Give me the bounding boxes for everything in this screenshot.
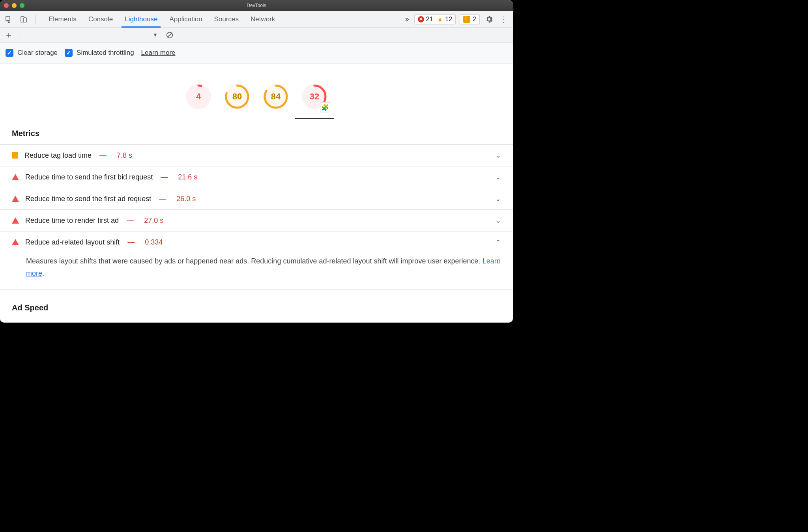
lighthouse-toolbar: ＋ ▼ [0, 28, 513, 43]
checkbox-checked-icon [65, 49, 73, 57]
metric-title: Reduce time to render first ad [25, 217, 119, 225]
metric-value: 7.8 s [117, 151, 132, 160]
errors-value: 21 [426, 16, 433, 23]
devtools-tabbar: ElementsConsoleLighthouseApplicationSour… [0, 11, 513, 28]
select-element-icon[interactable] [3, 14, 14, 25]
metric-row[interactable]: Reduce time to render first ad—27.0 s⌄ [0, 209, 513, 231]
score-value: 80 [224, 84, 250, 109]
dash: — [127, 217, 134, 225]
clear-storage-checkbox[interactable]: Clear storage [6, 49, 58, 57]
score-value: 4 [186, 84, 211, 109]
score-gauge-3[interactable]: 32🧩 [302, 84, 327, 109]
chevron-down-icon: ⌄ [495, 238, 501, 246]
metric-title: Reduce ad-related layout shift [25, 238, 120, 246]
dropdown-caret-icon[interactable]: ▼ [153, 32, 158, 38]
tab-network[interactable]: Network [250, 12, 276, 26]
chevron-down-icon: ⌄ [495, 194, 501, 203]
tab-console[interactable]: Console [88, 12, 114, 26]
score-value: 84 [263, 84, 288, 109]
more-tabs-icon[interactable]: » [402, 14, 413, 25]
issues-badge[interactable]: 2 [460, 14, 480, 24]
triangle-fail-icon [12, 217, 19, 224]
triangle-fail-icon [12, 239, 19, 245]
square-warning-icon [12, 152, 18, 159]
separator [36, 15, 36, 24]
settings-row: Clear storage Simulated throttling Learn… [0, 43, 513, 63]
metric-title: Reduce tag load time [24, 151, 92, 160]
inspect-tools [3, 14, 42, 25]
svg-line-3 [167, 33, 172, 37]
metric-value: 26.0 s [176, 195, 196, 203]
devtools-window: DevTools ElementsConsoleLighthouseApplic… [0, 0, 513, 323]
svg-rect-1 [24, 18, 26, 22]
metric-row[interactable]: Reduce tag load time—7.8 s⌄ [0, 144, 513, 166]
learn-more-link[interactable]: Learn more [141, 49, 176, 57]
clear-storage-label: Clear storage [17, 49, 58, 57]
settings-gear-icon[interactable] [484, 14, 495, 25]
metric-row[interactable]: Reduce time to send the first ad request… [0, 188, 513, 209]
console-badge[interactable]: ✕ 21 ▲ 12 [414, 14, 456, 24]
score-gauges: 4808432🧩 [0, 73, 513, 129]
metrics-heading: Metrics [0, 129, 513, 144]
device-toolbar-icon[interactable] [18, 14, 29, 25]
warning-icon: ▲ [437, 16, 443, 23]
checkbox-checked-icon [6, 49, 13, 57]
titlebar: DevTools [0, 0, 513, 11]
issues-icon [463, 16, 470, 23]
metric-title: Reduce time to send the first ad request [25, 195, 151, 203]
separator [19, 30, 19, 40]
metric-value: 0.334 [145, 238, 163, 246]
dash: — [99, 151, 107, 160]
metric-value: 27.0 s [144, 217, 163, 225]
chevron-down-icon: ⌄ [495, 173, 501, 181]
tab-sources[interactable]: Sources [213, 12, 239, 26]
chevron-down-icon: ⌄ [495, 216, 501, 225]
warnings-count: ▲ 12 [437, 16, 452, 23]
metric-description: Measures layout shifts that were caused … [0, 253, 513, 290]
score-gauge-1[interactable]: 80 [224, 84, 250, 109]
more-menu-icon[interactable]: ⋮ [499, 14, 510, 25]
report-content: 4808432🧩 Metrics Reduce tag load time—7.… [0, 63, 513, 323]
metric-learn-more-link[interactable]: Learn more [26, 257, 501, 277]
tab-application[interactable]: Application [168, 12, 203, 26]
metric-row[interactable]: Reduce ad-related layout shift—0.334⌄ [0, 231, 513, 253]
dash: — [159, 195, 166, 203]
tab-lighthouse[interactable]: Lighthouse [124, 12, 158, 26]
ad-speed-heading: Ad Speed [0, 290, 513, 319]
triangle-fail-icon [12, 196, 19, 202]
panel-tabs: ElementsConsoleLighthouseApplicationSour… [44, 12, 400, 26]
triangle-fail-icon [12, 174, 19, 180]
error-icon: ✕ [418, 16, 424, 22]
dash: — [161, 173, 168, 181]
window-title: DevTools [0, 3, 513, 8]
plugin-puzzle-icon: 🧩 [320, 102, 330, 112]
chevron-down-icon: ⌄ [495, 151, 501, 160]
metric-value: 21.6 s [178, 173, 197, 181]
score-gauge-2[interactable]: 84 [263, 84, 288, 109]
dash: — [127, 238, 135, 246]
tab-elements[interactable]: Elements [48, 12, 77, 26]
simulated-throttling-checkbox[interactable]: Simulated throttling [65, 49, 134, 57]
tabbar-right: ✕ 21 ▲ 12 2 ⋮ [414, 14, 510, 25]
issues-value: 2 [473, 16, 476, 23]
metric-title: Reduce time to send the first bid reques… [25, 173, 153, 181]
warnings-value: 12 [445, 16, 452, 23]
metric-row[interactable]: Reduce time to send the first bid reques… [0, 166, 513, 188]
metrics-list: Reduce tag load time—7.8 s⌄Reduce time t… [0, 144, 513, 290]
score-gauge-0[interactable]: 4 [186, 84, 211, 109]
new-report-button[interactable]: ＋ [3, 29, 14, 41]
simulated-throttling-label: Simulated throttling [77, 49, 134, 57]
errors-count: ✕ 21 [418, 16, 433, 23]
clear-icon[interactable] [164, 30, 175, 41]
